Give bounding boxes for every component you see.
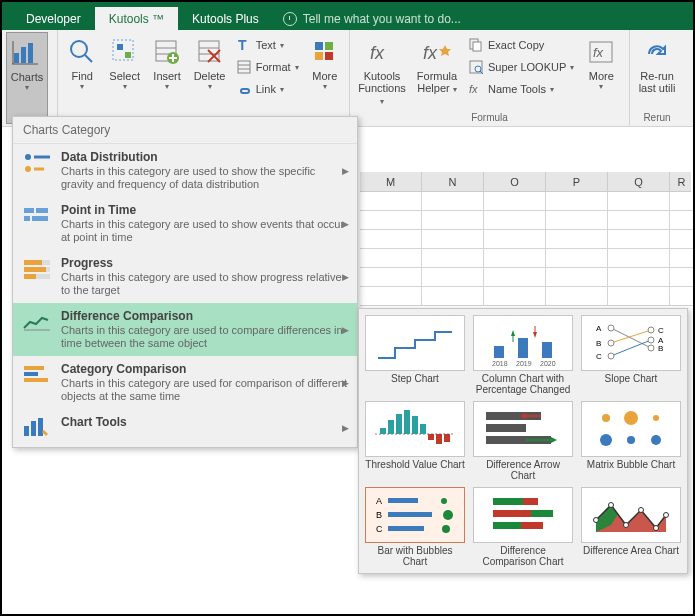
select-button[interactable]: Select ▾: [104, 32, 144, 124]
svg-point-117: [442, 525, 450, 533]
svg-rect-95: [444, 434, 450, 442]
ribbon-tabs: Developer Kutools ™ Kutools Plus Tell me…: [2, 2, 693, 30]
chart-option-diff-arrow[interactable]: Difference Arrow Chart: [471, 399, 575, 483]
svg-point-107: [627, 436, 635, 444]
rerun-l1: Re-run: [640, 70, 674, 82]
bulb-icon: [283, 12, 297, 26]
col-header[interactable]: R: [670, 172, 694, 191]
svg-rect-59: [31, 421, 36, 436]
more2-label: More: [589, 70, 614, 82]
name-tools-button[interactable]: fxName Tools▾: [464, 78, 578, 100]
col-header[interactable]: O: [484, 172, 546, 191]
svg-text:C: C: [658, 326, 664, 335]
svg-rect-27: [315, 52, 323, 60]
dd-desc: Charts in this category are used for com…: [61, 377, 349, 403]
chevron-down-icon: ▾: [280, 85, 284, 94]
svg-rect-87: [380, 428, 386, 434]
diffarrow-thumb: [473, 401, 573, 457]
col-header[interactable]: N: [422, 172, 484, 191]
tab-developer[interactable]: Developer: [12, 7, 95, 30]
cells-area[interactable]: [360, 192, 691, 306]
dropdown-item-data-distribution[interactable]: Data DistributionCharts in this category…: [13, 144, 357, 197]
svg-text:fx: fx: [423, 43, 438, 63]
chart-option-diff-area[interactable]: Difference Area Chart: [579, 485, 683, 569]
link-button[interactable]: Link▾: [232, 78, 303, 100]
search-icon: [66, 36, 98, 68]
dropdown-item-progress[interactable]: ProgressCharts in this category are used…: [13, 250, 357, 303]
threshold-thumb: [365, 401, 465, 457]
nametools-label: Name Tools: [488, 83, 546, 95]
chart-option-threshold[interactable]: Threshold Value Chart: [363, 399, 467, 483]
svg-point-5: [71, 41, 87, 57]
svg-point-130: [654, 526, 659, 531]
matrixbubble-thumb: [581, 401, 681, 457]
chevron-right-icon: ▶: [342, 219, 349, 229]
svg-rect-47: [32, 216, 48, 221]
delete-button[interactable]: Delete ▾: [189, 32, 229, 124]
dropdown-item-category-comparison[interactable]: Category ComparisonCharts in this catego…: [13, 356, 357, 409]
svg-text:fx: fx: [593, 45, 604, 60]
svg-point-131: [664, 513, 669, 518]
svg-rect-63: [542, 342, 552, 358]
more-label: More: [312, 70, 337, 82]
svg-text:B: B: [596, 339, 601, 348]
super-lookup-button[interactable]: Super LOOKUP▾: [464, 56, 578, 78]
format-button[interactable]: Format▾: [232, 56, 303, 78]
chart-option-slope[interactable]: ABCCAB Slope Chart: [579, 313, 683, 397]
charts-button[interactable]: Charts ▾: [6, 32, 48, 124]
chart-option-bar-bubbles[interactable]: ABC Bar with Bubbles Chart: [363, 485, 467, 569]
chart-option-step[interactable]: Step Chart: [363, 313, 467, 397]
insert-button[interactable]: Insert ▾: [147, 32, 187, 124]
chevron-down-icon: ▾: [208, 82, 212, 91]
tell-me-search[interactable]: Tell me what you want to do...: [283, 12, 461, 30]
text-icon: T: [236, 37, 252, 53]
ribbon: Charts ▾ Find ▾ Select ▾ Insert ▾: [2, 30, 693, 127]
kutools-functions-button[interactable]: fx KutoolsFunctions ▾: [354, 32, 410, 111]
insert-label: Insert: [153, 70, 181, 82]
svg-rect-1: [21, 47, 26, 63]
tab-kutools-plus[interactable]: Kutools Plus: [178, 7, 273, 30]
svg-rect-46: [24, 216, 30, 221]
col-header[interactable]: Q: [608, 172, 670, 191]
chart-option-column-pct[interactable]: 201820192020 Column Chart with Percentag…: [471, 313, 575, 397]
svg-text:C: C: [376, 524, 383, 534]
chevron-down-icon: ▾: [323, 82, 327, 91]
text-button[interactable]: TText▾: [232, 34, 303, 56]
dropdown-item-chart-tools[interactable]: Chart Tools ▶: [13, 409, 357, 447]
col-header[interactable]: M: [360, 172, 422, 191]
tab-kutools[interactable]: Kutools ™: [95, 7, 178, 30]
select-icon: [109, 36, 141, 68]
svg-text:fx: fx: [469, 83, 478, 95]
exact-copy-button[interactable]: Exact Copy: [464, 34, 578, 56]
more2-button[interactable]: fx More ▾: [580, 32, 622, 111]
chevron-down-icon: ▾: [570, 63, 574, 72]
fx-box-icon: fx: [585, 36, 617, 68]
chart-option-diff-compare[interactable]: Difference Comparison Chart: [471, 485, 575, 569]
find-button[interactable]: Find ▾: [62, 32, 102, 124]
formula-helper-button[interactable]: fx FormulaHelper ▾: [412, 32, 462, 111]
svg-rect-60: [38, 418, 43, 436]
dropdown-item-difference-comparison[interactable]: Difference ComparisonCharts in this cate…: [13, 303, 357, 356]
submenu-charts: Step Chart 201820192020 Column Chart wit…: [358, 308, 688, 574]
chevron-right-icon: ▶: [342, 166, 349, 176]
svg-text:A: A: [596, 324, 602, 333]
copy-icon: [468, 37, 484, 53]
chart-option-matrix-bubble[interactable]: Matrix Bubble Chart: [579, 399, 683, 483]
dropdown-item-point-in-time[interactable]: Point in TimeCharts in this category are…: [13, 197, 357, 250]
redo-icon: [641, 36, 673, 68]
pointtime-icon: [21, 203, 53, 229]
delete-label: Delete: [194, 70, 226, 82]
svg-point-77: [648, 327, 654, 333]
col-header[interactable]: P: [546, 172, 608, 191]
svg-rect-119: [493, 498, 523, 505]
rerun-button[interactable]: Re-runlast utili: [634, 32, 680, 111]
chevron-right-icon: ▶: [342, 423, 349, 433]
select-label: Select: [109, 70, 140, 82]
superlookup-label: Super LOOKUP: [488, 61, 566, 73]
more-button[interactable]: More ▾: [305, 32, 345, 124]
chevron-down-icon: ▾: [165, 82, 169, 91]
svg-rect-22: [238, 61, 250, 73]
svg-rect-91: [412, 416, 418, 434]
fx-icon: fx: [366, 36, 398, 68]
svg-point-115: [441, 498, 447, 504]
